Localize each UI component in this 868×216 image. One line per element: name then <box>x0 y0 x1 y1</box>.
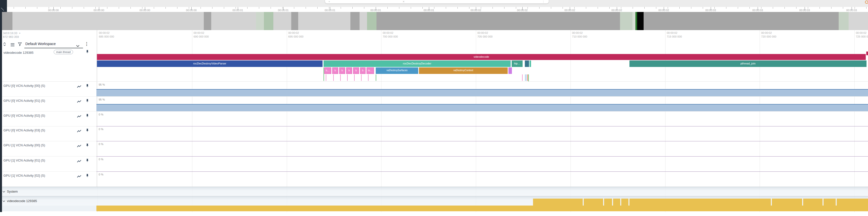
minimap-segment <box>376 12 620 30</box>
timestamp-label: 00:00:02 705 000 000 <box>477 31 493 38</box>
trend-chart-icon[interactable] <box>77 159 82 162</box>
pin-icon[interactable] <box>86 84 89 88</box>
trace-span[interactable]: vaDestroyContext <box>419 68 508 74</box>
trace-span[interactable] <box>530 60 531 67</box>
drop-line <box>368 74 369 81</box>
drop-line <box>528 74 529 81</box>
trace-span[interactable]: h <box>360 68 366 74</box>
ruler-tick <box>306 7 306 9</box>
trace-span[interactable] <box>525 60 529 67</box>
trace-viewer: + ✕ 00:00:0000:00:0000:00:0000:00:0000:0… <box>0 0 868 216</box>
ruler-tick <box>72 7 72 9</box>
top-toolbar: + ✕ <box>0 0 868 7</box>
trace-span[interactable]: h <box>339 68 345 74</box>
minimap-segment <box>367 12 376 30</box>
trace-span[interactable]: h <box>346 68 352 74</box>
pin-icon[interactable] <box>86 143 89 147</box>
gpu-track-row[interactable]: GPU [1] VCN Activity [02] (S)0 % <box>0 171 868 186</box>
trend-chart-icon[interactable] <box>77 129 82 132</box>
gpu-track-row[interactable]: GPU [1] VCN Activity [01] (S)0 % <box>0 156 868 171</box>
section-system[interactable]: System <box>0 187 868 196</box>
gpu-track-row[interactable]: GPU [0] VCN Activity [01] (S)95 % <box>0 96 868 111</box>
trend-chart-icon[interactable] <box>77 85 82 88</box>
gpu-track-row[interactable]: GPU [0] VCN Activity [02] (S)0 % <box>0 111 868 127</box>
row-separator <box>0 126 96 127</box>
utilization-band <box>96 89 868 97</box>
minimap-segment <box>2 12 12 30</box>
pin-icon[interactable] <box>86 114 89 117</box>
trace-span[interactable]: h… <box>324 68 331 74</box>
gpu-track-row[interactable]: GPU [0] VCN Activity [03] (S)0 % <box>0 126 868 141</box>
trace-span[interactable]: pthread_join <box>629 60 867 67</box>
trace-span[interactable]: hip… <box>512 60 523 67</box>
kebab-menu-icon[interactable]: ⋮ <box>85 41 89 47</box>
timestamp-label: 00:00:02 710 000 000 <box>572 31 587 38</box>
track-value: 95 % <box>99 83 105 86</box>
trace-span[interactable] <box>508 68 512 74</box>
ruler-tick <box>224 7 224 9</box>
chevron-down-icon[interactable] <box>2 190 5 193</box>
ruler-label: 00:00:00 <box>45 9 61 12</box>
span-overflow-marker <box>866 52 868 55</box>
workspace-select[interactable]: Default Workspace <box>25 42 56 46</box>
track-label: GPU [0] VCN Activity [00] (S) <box>3 84 45 88</box>
pin-icon[interactable] <box>86 159 89 162</box>
ruler-tick <box>341 7 341 9</box>
ruler-tick <box>831 7 832 9</box>
ruler-tick <box>25 7 26 9</box>
filter-funnel-icon[interactable] <box>18 42 22 47</box>
trend-chart-icon[interactable] <box>77 174 82 178</box>
minimap-segment <box>204 12 211 30</box>
ruler-tick <box>621 7 621 9</box>
gpu-track-row[interactable]: GPU [1] VCN Activity [00] (S)0 % <box>0 141 868 156</box>
trace-span[interactable]: vaDestroySurfaces <box>376 68 418 74</box>
utilization-band <box>96 104 868 111</box>
pin-icon[interactable] <box>86 174 89 178</box>
gpu-track-row[interactable]: GPU [0] VCN Activity [00] (S)95 % <box>0 81 868 97</box>
thread-track-header[interactable]: videodecode 129385 main thread <box>0 49 96 57</box>
ruler-tick <box>539 7 539 9</box>
trend-chart-icon[interactable] <box>77 100 82 103</box>
trace-span[interactable]: h <box>353 68 359 74</box>
gold-gap <box>620 198 621 206</box>
toolbar-glyph: + <box>329 0 330 3</box>
trace-span[interactable]: rocDecDestroyDecoder <box>323 60 511 67</box>
pin-icon[interactable] <box>86 128 89 132</box>
trace-span[interactable]: hi… <box>367 68 374 74</box>
gold-gap <box>612 198 613 206</box>
trace-minimap[interactable] <box>0 12 868 30</box>
drop-line <box>333 74 334 81</box>
main-thread-badge: main thread <box>54 50 73 54</box>
sort-icon[interactable] <box>10 43 15 47</box>
bookmark-marker-icon[interactable] <box>865 0 868 4</box>
track-label: GPU [0] VCN Activity [03] (S) <box>3 128 45 132</box>
ruler-label: 00:00:00 <box>183 9 199 12</box>
trace-span[interactable]: h <box>332 68 338 74</box>
drop-line <box>527 74 528 81</box>
timestamp-label: 00:00:02 720 000 000 <box>761 31 776 38</box>
ruler-label: 00:00:02 <box>515 9 530 12</box>
unfold-more-icon[interactable] <box>3 42 6 47</box>
ruler-tick <box>855 7 855 9</box>
trend-chart-icon[interactable] <box>77 144 82 147</box>
minimap-segment <box>211 12 256 30</box>
gold-activity-main[interactable] <box>96 206 868 211</box>
trace-span[interactable]: rocDecDestroyVideoParser <box>97 60 322 67</box>
trend-chart-icon[interactable] <box>77 114 82 117</box>
workspace-selector-row: Default Workspace ⋮ <box>0 40 96 49</box>
chevron-down-icon[interactable] <box>76 44 80 48</box>
drop-line <box>361 74 362 81</box>
ruler-tick <box>329 7 329 9</box>
ruler-tick <box>726 7 726 9</box>
ruler-tick <box>714 7 715 9</box>
ruler-tick <box>574 7 575 9</box>
minimap-segment <box>12 12 204 30</box>
pin-icon[interactable] <box>86 50 89 54</box>
trace-span[interactable]: videodecode <box>97 54 866 60</box>
ruler-tick <box>364 7 364 9</box>
chevron-down-icon[interactable] <box>2 199 5 203</box>
corner-block <box>0 0 7 12</box>
ruler-tick <box>551 7 551 9</box>
pin-icon[interactable] <box>86 99 89 103</box>
left-edge-strip <box>0 12 2 212</box>
